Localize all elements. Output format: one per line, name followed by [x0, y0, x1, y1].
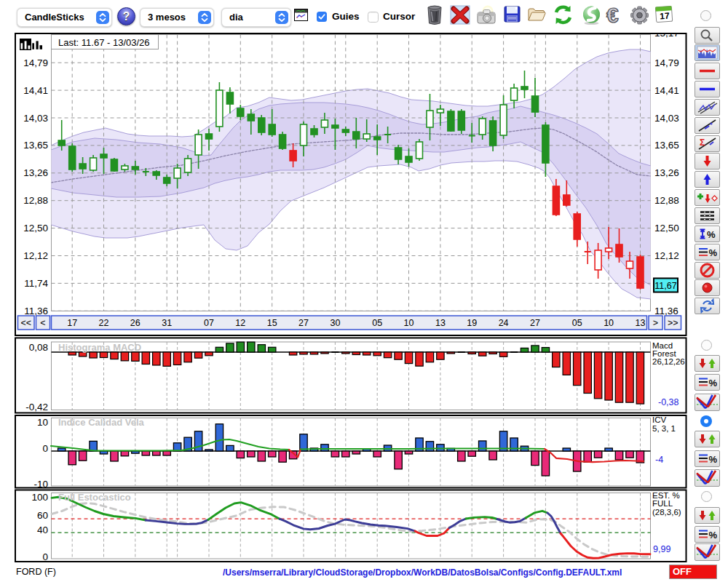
svg-text:EST. %: EST. %: [652, 491, 680, 500]
svg-text:Full Estocastico: Full Estocastico: [58, 492, 131, 503]
svg-text:40: 40: [37, 525, 48, 535]
svg-text:9,99: 9,99: [653, 544, 670, 554]
svg-text:%: %: [708, 454, 717, 465]
svg-text:60: 60: [37, 510, 48, 521]
svg-text:%: %: [707, 229, 716, 240]
svg-text:Σ: Σ: [700, 137, 705, 148]
svg-text:%: %: [708, 247, 717, 258]
svg-text:17: 17: [660, 10, 670, 21]
svg-text:FULL: FULL: [652, 499, 673, 508]
svg-text:€: €: [606, 4, 619, 26]
svg-text:100: 100: [31, 492, 48, 503]
svg-text:0: 0: [42, 551, 48, 562]
svg-text:%: %: [708, 378, 717, 388]
svg-text:(28,3,6): (28,3,6): [652, 508, 681, 517]
svg-text:%: %: [708, 530, 717, 541]
